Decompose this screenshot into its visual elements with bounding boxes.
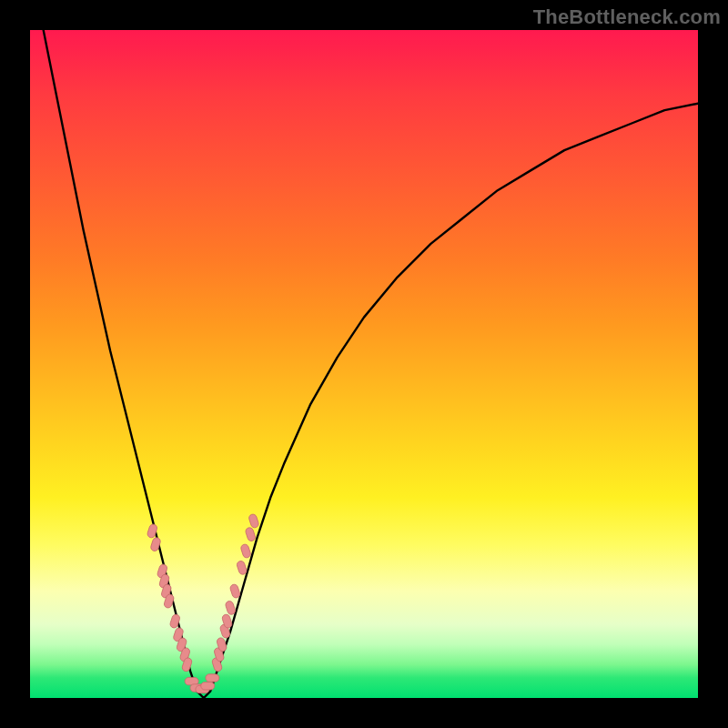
- plot-area: [30, 30, 698, 698]
- chart-frame: TheBottleneck.com: [0, 0, 728, 728]
- data-marker: [236, 560, 248, 575]
- data-marker: [201, 682, 215, 690]
- svg-rect-16: [225, 600, 237, 615]
- data-marker: [245, 527, 257, 542]
- bottleneck-curve: [44, 30, 698, 698]
- data-marker: [225, 600, 237, 615]
- data-marker: [229, 583, 241, 599]
- data-marker: [240, 543, 252, 559]
- svg-rect-17: [229, 583, 241, 599]
- chart-svg: [30, 30, 698, 698]
- svg-rect-18: [236, 560, 248, 575]
- svg-rect-19: [240, 543, 252, 559]
- svg-rect-26: [206, 674, 219, 682]
- data-marker: [206, 674, 219, 682]
- watermark-text: TheBottleneck.com: [533, 5, 721, 29]
- svg-rect-21: [248, 513, 260, 529]
- data-marker: [248, 513, 260, 529]
- svg-rect-20: [245, 527, 257, 542]
- svg-rect-25: [201, 682, 215, 690]
